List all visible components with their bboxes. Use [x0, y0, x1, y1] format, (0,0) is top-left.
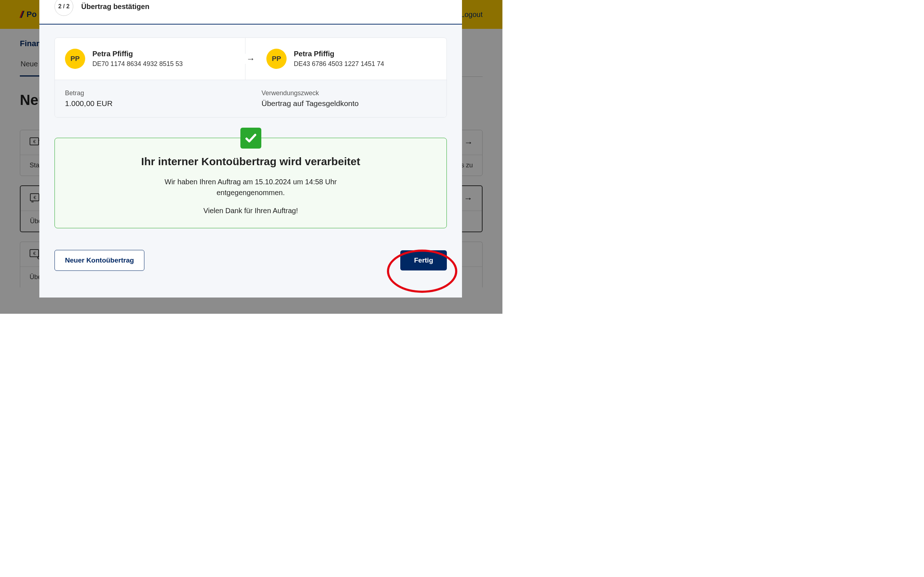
from-account-iban: DE70 1174 8634 4932 8515 53: [92, 60, 183, 68]
transfer-summary-card: PP Petra Pfiffig DE70 1174 8634 4932 851…: [55, 37, 447, 118]
modal-header: 2 / 2 Übertrag bestätigen: [39, 0, 462, 24]
step-indicator: 2 / 2: [55, 0, 73, 16]
success-message-box: Ihr interner Kontoübertrag wird verarbei…: [55, 138, 447, 228]
amount-value: 1.000,00 EUR: [65, 99, 240, 108]
avatar: PP: [65, 49, 85, 69]
avatar: PP: [267, 49, 287, 69]
modal-body: PP Petra Pfiffig DE70 1174 8634 4932 851…: [39, 24, 462, 298]
check-icon: [241, 128, 261, 148]
done-button[interactable]: Fertig: [400, 250, 447, 271]
success-thanks: Vielen Dank für Ihren Auftrag!: [69, 206, 432, 215]
modal-title: Übertrag bestätigen: [81, 3, 149, 11]
purpose-value: Übertrag auf Tagesgeldkonto: [262, 99, 437, 108]
from-account: PP Petra Pfiffig DE70 1174 8634 4932 851…: [55, 38, 246, 80]
success-text: Wir haben Ihren Auftrag am 15.10.2024 um…: [142, 176, 359, 198]
to-account: PP Petra Pfiffig DE43 6786 4503 1227 145…: [246, 38, 446, 80]
success-title: Ihr interner Kontoübertrag wird verarbei…: [69, 155, 432, 168]
to-account-name: Petra Pfiffig: [294, 50, 384, 58]
confirm-transfer-modal: 2 / 2 Übertrag bestätigen PP Petra Pfiff…: [39, 0, 462, 298]
amount-label: Betrag: [65, 89, 240, 97]
to-account-iban: DE43 6786 4503 1227 1451 74: [294, 60, 384, 68]
arrow-right-icon: →: [245, 54, 257, 64]
new-transfer-button[interactable]: Neuer Kontoübertrag: [55, 250, 144, 271]
from-account-name: Petra Pfiffig: [92, 50, 183, 58]
purpose-label: Verwendungszweck: [262, 89, 437, 97]
modal-footer: Neuer Kontoübertrag Fertig: [55, 250, 447, 271]
